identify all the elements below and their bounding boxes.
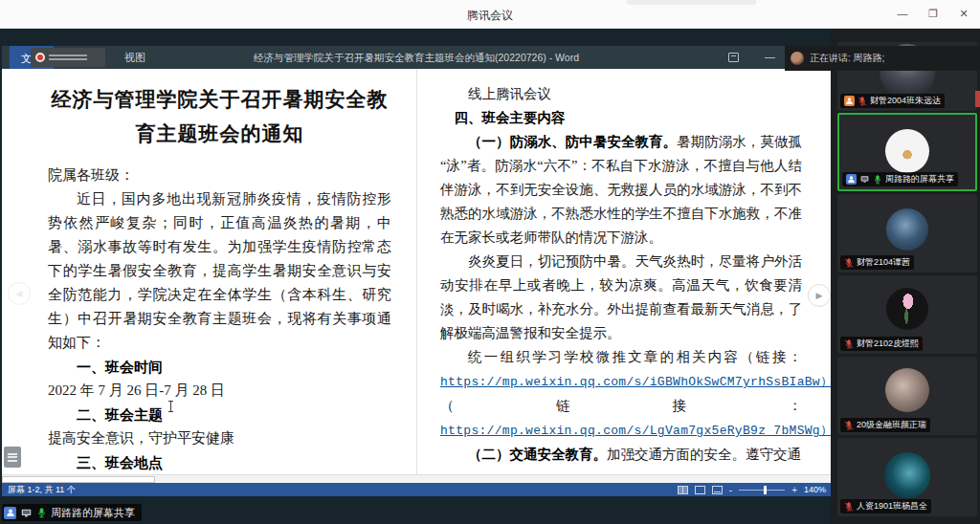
- avatar: [886, 208, 928, 251]
- word-titlebar: 文件 视图 经济与管理学院关于召开暑期安全教育主题班会的通知(20220726)…: [2, 46, 831, 69]
- zoom-slider[interactable]: [739, 490, 785, 491]
- document-canvas: 经济与管理学院关于召开暑期安全教 育主题班会的通知 院属各班级： 近日，国内多地…: [2, 69, 831, 474]
- participant-name: 财管2104谭茜: [857, 256, 910, 269]
- content-paragraph-2: 炎炎夏日，切记预防中暑。天气炎热时，尽量将户外活动安排在早上或者晚上，较为凉爽。…: [440, 250, 802, 345]
- content-paragraph-1: （一）防溺水、防中暑安全教育。暑期防溺水，莫做孤“泳”者。防溺水“六不”：不私自…: [440, 130, 802, 250]
- member-badge-icon: [844, 96, 855, 106]
- weixin-link-1[interactable]: https://mp.weixin.qq.com/s/iGBWhOkSwCM7y…: [440, 375, 831, 389]
- screen-share-icon: [20, 508, 33, 518]
- link-mid-line: （链接：: [440, 394, 802, 418]
- participant-name: 周路路的屏幕共享: [885, 173, 954, 186]
- document-title: 经济与管理学院关于召开暑期安全教育主题班会的通知(20220726) - Wor…: [174, 46, 658, 69]
- notice-title-line2: 育主题班会的通知: [48, 117, 391, 151]
- scrollbar-thumb[interactable]: [2, 476, 155, 483]
- member-badge-icon: [4, 507, 16, 519]
- word-status-bar: 屏幕 1-2, 共 11 个 - + 140%: [2, 483, 831, 496]
- speaking-banner: 正在讲话: 周路路;: [785, 46, 980, 71]
- salutation: 院属各班级：: [48, 164, 391, 187]
- speaker-avatar: [791, 52, 804, 65]
- zoom-slider-thumb[interactable]: [764, 486, 767, 494]
- avatar: [886, 288, 928, 330]
- participant-name: 财管2102皮煜熙: [857, 338, 919, 350]
- zoom-level: 140%: [804, 485, 826, 494]
- participant-tile[interactable]: 财管2104谭茜: [837, 194, 977, 273]
- participant-name: 财管2004班朱远达: [870, 95, 941, 107]
- mic-muted-icon: [858, 97, 867, 106]
- zoom-in-icon[interactable]: +: [791, 485, 797, 495]
- background-tab: [627, 0, 756, 5]
- sidebar-alert-marker: [975, 91, 980, 107]
- meeting-time-value: 2022 年 7 月 26 日-7 月 28 日: [48, 379, 391, 403]
- content-1-body: 暑期防溺水，莫做孤“泳”者。防溺水“六不”：不私自下水游泳，不擅自与他人结伴游泳…: [440, 134, 802, 245]
- link-intro-line: 统一组织学习学校微推文章的相关内容（链接：: [440, 345, 802, 369]
- participants-sidebar: 财管2004班朱远达 周路路的屏幕共享 财管2104谭茜 财管2102: [831, 29, 980, 524]
- mic-muted-icon: [844, 421, 854, 430]
- participant-tile[interactable]: 人资1901班杨昌全: [837, 438, 977, 516]
- participant-name: 20级金融班颜正瑞: [857, 419, 926, 431]
- mic-muted-icon: [844, 502, 854, 512]
- view-menu[interactable]: 视图: [124, 46, 145, 69]
- speaking-text: 正在讲话: 周路路;: [810, 52, 884, 65]
- restore-icon[interactable]: ❐: [923, 3, 944, 24]
- participant-name: 人资1901班杨昌全: [857, 500, 927, 513]
- screen-share-icon: [859, 175, 870, 184]
- mic-muted-icon: [844, 339, 854, 349]
- document-page-1: 经济与管理学院关于召开暑期安全教 育主题班会的通知 院属各班级： 近日，国内多地…: [2, 69, 416, 474]
- avatar: [885, 368, 929, 412]
- content-3-body: 加强交通方面的安全。遵守交通: [607, 447, 801, 462]
- mic-muted-icon: [844, 258, 854, 268]
- close-icon[interactable]: ✕: [953, 3, 974, 24]
- badge-text-lines: [49, 55, 87, 60]
- recording-overlay-badge: [31, 48, 105, 67]
- share-pill-text: 周路路的屏幕共享: [51, 506, 135, 520]
- mic-on-icon: [873, 175, 882, 185]
- zoom-out-icon[interactable]: -: [729, 485, 732, 495]
- meeting-theme-value: 提高安全意识，守护平安健康: [48, 426, 391, 450]
- member-badge-icon: [846, 174, 857, 185]
- page-indicator: 屏幕 1-2, 共 11 个: [8, 483, 76, 496]
- record-dot-icon: [35, 53, 45, 62]
- participant-tile-active[interactable]: 周路路的屏幕共享: [837, 113, 977, 191]
- window-controls: — ❐ ✕: [892, 3, 974, 24]
- content-paragraph-3: （二）交通安全教育。加强交通方面的安全。遵守交通: [440, 443, 802, 467]
- minimize-icon[interactable]: —: [892, 3, 913, 24]
- participant-tile[interactable]: 财管2102皮煜熙: [837, 275, 977, 354]
- screen-share-pill: 周路路的屏幕共享: [2, 504, 142, 521]
- document-page-2: 线上腾讯会议 四、班会主要内容 （一）防溺水、防中暑安全教育。暑期防溺水，莫做孤…: [417, 69, 831, 474]
- next-page-icon[interactable]: ▶: [808, 284, 831, 307]
- heading-meeting-time: 一、班会时间: [48, 355, 391, 379]
- text-cursor: [170, 401, 171, 412]
- annotation-tool-icon[interactable]: [4, 447, 21, 468]
- app-stage: 腾讯会议 — ❐ ✕ 文件 视图 经济与管理学院关于召开暑期安全教育主题班会的通…: [0, 0, 980, 524]
- mic-on-icon: [36, 508, 47, 518]
- content-1-lead: （一）防溺水、防中暑安全教育。: [468, 134, 677, 149]
- word-window: 文件 视图 经济与管理学院关于召开暑期安全教育主题班会的通知(20220726)…: [2, 46, 831, 496]
- previous-page-icon[interactable]: ◀: [8, 282, 31, 305]
- avatar: [885, 129, 929, 173]
- intro-paragraph: 近日，国内多地出现新冠肺炎疫情，疫情防控形势依然严峻复杂；同时，正值高温炎热的暑…: [48, 187, 391, 355]
- weixin-link-2[interactable]: https://mp.weixin.qq.com/s/LgVam7gx5eRyB…: [440, 424, 831, 438]
- avatar: [884, 452, 930, 498]
- meeting-place-value: 线上腾讯会议: [440, 82, 802, 106]
- print-layout-icon[interactable]: [695, 486, 705, 494]
- os-titlebar: 腾讯会议 — ❐ ✕: [0, 0, 980, 29]
- web-layout-icon[interactable]: [712, 486, 723, 494]
- content-3-lead: （二）交通安全教育。: [468, 447, 607, 462]
- word-minimize-icon[interactable]: —: [765, 46, 775, 69]
- notice-title-line1: 经济与管理学院关于召开暑期安全教: [48, 82, 391, 117]
- heading-meeting-theme: 二、班会主题: [48, 403, 391, 426]
- horizontal-scrollbar[interactable]: [2, 474, 831, 483]
- window-title: 腾讯会议: [0, 8, 980, 24]
- ribbon-display-options-icon[interactable]: [728, 53, 739, 62]
- participant-tile[interactable]: 20级金融班颜正瑞: [837, 357, 977, 435]
- heading-meeting-content: 四、班会主要内容: [440, 106, 802, 130]
- read-mode-icon[interactable]: [678, 486, 688, 494]
- heading-meeting-place: 三、班会地点: [48, 450, 391, 474]
